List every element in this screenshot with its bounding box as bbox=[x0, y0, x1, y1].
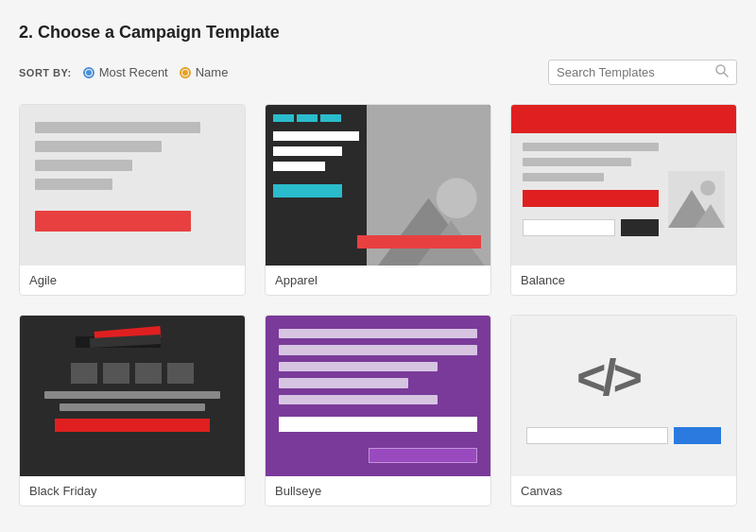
template-card-agile[interactable]: Agile bbox=[19, 104, 246, 296]
bull-input bbox=[279, 417, 477, 432]
apparel-teal-1 bbox=[273, 114, 294, 122]
balance-preview bbox=[511, 105, 736, 266]
bull-bar-5 bbox=[279, 395, 438, 404]
balance-input-row bbox=[523, 219, 659, 236]
template-card-canvas[interactable]: </> Canvas bbox=[510, 315, 737, 506]
sort-name-label: Name bbox=[196, 65, 229, 79]
agile-preview bbox=[20, 105, 245, 266]
template-card-blackfriday[interactable]: Black Friday bbox=[19, 315, 246, 506]
sort-recent-radio[interactable] bbox=[83, 67, 94, 78]
bf-bar-2 bbox=[60, 403, 206, 411]
svg-text:</>: </> bbox=[576, 349, 642, 404]
balance-bar-2 bbox=[523, 158, 631, 166]
bull-cta bbox=[369, 448, 478, 463]
bf-blocks bbox=[71, 363, 194, 384]
balance-btn bbox=[621, 219, 659, 236]
svg-line-1 bbox=[724, 73, 728, 77]
canvas-url-input bbox=[526, 427, 668, 444]
template-name-apparel: Apparel bbox=[266, 266, 490, 295]
canvas-input-row bbox=[526, 427, 721, 444]
templates-grid: Agile bbox=[19, 104, 737, 506]
balance-input bbox=[523, 219, 615, 236]
bf-block-1 bbox=[71, 363, 97, 384]
search-wrapper[interactable] bbox=[548, 60, 737, 85]
canvas-btn bbox=[674, 427, 721, 444]
agile-bar-3 bbox=[35, 160, 132, 171]
balance-header bbox=[511, 105, 736, 133]
page-title: 2. Choose a Campaign Template bbox=[19, 23, 737, 43]
template-card-apparel[interactable]: Apparel bbox=[265, 104, 491, 296]
bf-block-2 bbox=[103, 363, 129, 384]
bf-block-4 bbox=[167, 363, 194, 384]
template-name-blackfriday: Black Friday bbox=[20, 476, 245, 506]
search-input[interactable] bbox=[557, 65, 715, 79]
apparel-white-2 bbox=[273, 146, 342, 156]
template-name-balance: Balance bbox=[511, 266, 736, 295]
apparel-white-3 bbox=[273, 162, 325, 171]
bf-bar-1 bbox=[44, 391, 219, 399]
bf-cta bbox=[55, 419, 211, 432]
apparel-cta bbox=[273, 184, 342, 197]
bf-block-3 bbox=[135, 363, 162, 384]
bull-bar-3 bbox=[279, 362, 438, 371]
apparel-preview bbox=[266, 105, 490, 266]
agile-bar-1 bbox=[35, 122, 200, 133]
sort-name-radio[interactable] bbox=[180, 67, 191, 78]
template-card-bullseye[interactable]: Bullseye bbox=[265, 315, 491, 506]
balance-bar-1 bbox=[523, 143, 659, 151]
template-name-agile: Agile bbox=[20, 266, 245, 295]
bull-bar-2 bbox=[279, 345, 477, 354]
svg-point-3 bbox=[437, 178, 477, 218]
balance-right bbox=[668, 143, 725, 256]
canvas-preview: </> bbox=[511, 316, 736, 476]
canvas-code-icon: </> bbox=[567, 348, 680, 414]
balance-left bbox=[523, 143, 659, 256]
sort-name[interactable]: Name bbox=[180, 65, 229, 79]
apparel-teal-2 bbox=[297, 114, 318, 122]
template-name-canvas: Canvas bbox=[511, 476, 736, 506]
agile-cta bbox=[35, 211, 191, 232]
apparel-white-1 bbox=[273, 131, 359, 141]
sort-most-recent[interactable]: Most Recent bbox=[83, 65, 168, 79]
balance-body bbox=[511, 133, 736, 266]
bullseye-preview bbox=[266, 316, 490, 476]
sort-recent-label: Most Recent bbox=[99, 65, 168, 79]
apparel-red-bar bbox=[357, 235, 481, 249]
template-card-balance[interactable]: Balance bbox=[510, 104, 737, 296]
agile-bar-4 bbox=[35, 179, 112, 190]
apparel-left bbox=[266, 105, 367, 266]
search-icon bbox=[715, 64, 729, 80]
template-name-bullseye: Bullseye bbox=[266, 476, 490, 506]
agile-bar-2 bbox=[35, 141, 162, 152]
balance-red-band bbox=[523, 190, 659, 207]
apparel-teal-row bbox=[273, 114, 359, 122]
bull-bar-4 bbox=[279, 378, 408, 387]
bf-bars bbox=[35, 391, 230, 411]
sort-by-label: SORT BY: bbox=[19, 67, 72, 78]
balance-bar-3 bbox=[523, 173, 604, 181]
blackfriday-preview bbox=[20, 316, 245, 476]
sort-bar: SORT BY: Most Recent Name bbox=[19, 60, 737, 85]
bull-bar-1 bbox=[279, 329, 477, 338]
svg-point-7 bbox=[700, 180, 715, 196]
apparel-teal-3 bbox=[320, 114, 341, 122]
